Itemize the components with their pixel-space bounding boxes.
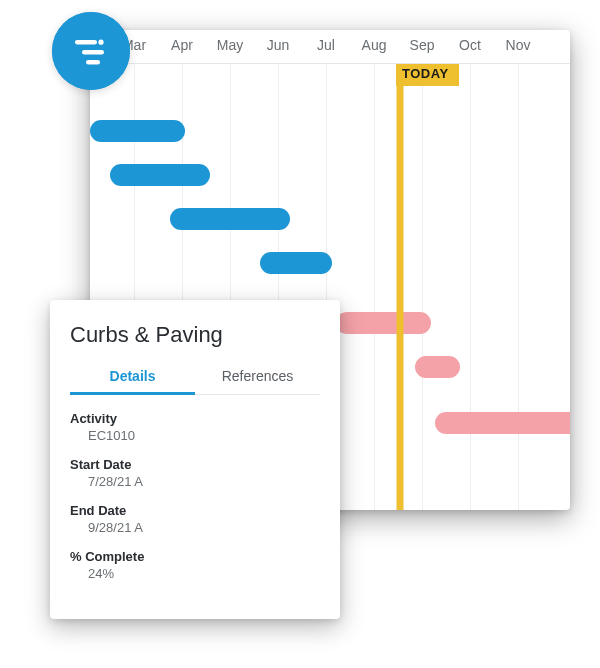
svg-rect-4 [86,60,100,65]
gantt-bar[interactable] [260,252,332,274]
svg-rect-3 [82,50,104,55]
app-logo-icon [52,12,130,90]
field-value: 9/28/21 A [88,520,320,535]
panel-tabs: DetailsReferences [70,362,320,395]
timeline-header: MarAprMayJunJulAugSepOctNov [90,30,570,64]
grid-line [470,64,471,510]
svg-point-2 [98,40,103,45]
month-label: Apr [171,37,193,53]
grid-line [518,64,519,510]
grid-line [422,64,423,510]
panel-title: Curbs & Paving [70,322,320,348]
field: % Complete24% [70,549,320,581]
field-label: % Complete [70,549,320,564]
month-label: Aug [362,37,387,53]
field: ActivityEC1010 [70,411,320,443]
month-label: Jun [267,37,290,53]
field-label: End Date [70,503,320,518]
gantt-bar[interactable] [110,164,210,186]
month-label: May [217,37,243,53]
grid-line [374,64,375,510]
gantt-bar[interactable] [170,208,290,230]
field-label: Activity [70,411,320,426]
month-label: Nov [506,37,531,53]
field-value: EC1010 [88,428,320,443]
gantt-bar[interactable] [435,412,570,434]
month-label: Sep [410,37,435,53]
field-label: Start Date [70,457,320,472]
gantt-bar[interactable] [415,356,460,378]
field-value: 24% [88,566,320,581]
tab-details[interactable]: Details [70,362,195,395]
gantt-bar[interactable] [90,120,185,142]
field-value: 7/28/21 A [88,474,320,489]
field: End Date9/28/21 A [70,503,320,535]
month-label: Oct [459,37,481,53]
gantt-bar[interactable] [336,312,431,334]
today-flag: TODAY [396,64,459,86]
field: Start Date7/28/21 A [70,457,320,489]
month-label: Jul [317,37,335,53]
details-panel: Curbs & Paving DetailsReferences Activit… [50,300,340,619]
svg-rect-1 [75,40,97,45]
tab-references[interactable]: References [195,362,320,394]
today-marker [397,64,404,510]
